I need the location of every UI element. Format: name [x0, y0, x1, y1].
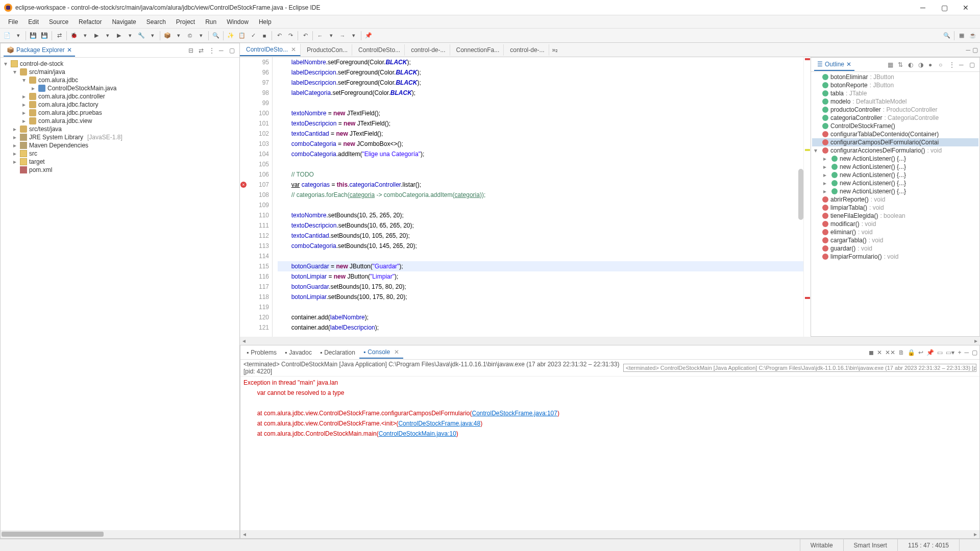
code-line[interactable]: textoNombre = new JTextField(); [278, 108, 803, 118]
outline-item[interactable]: botonReporte : JButton [812, 81, 978, 89]
code-line[interactable]: // TODO [278, 169, 803, 180]
hide-non-public-icon[interactable]: ● [928, 61, 936, 68]
quick-access-button[interactable]: 🔍 [942, 31, 952, 41]
minimize-button[interactable]: ─ [917, 4, 929, 12]
code-line[interactable]: comboCategoria = new JComboBox<>(); [278, 139, 803, 149]
terminate-icon[interactable]: ◼ [869, 349, 874, 356]
outline-item[interactable]: tieneFilaElegida() : boolean [812, 212, 978, 220]
expand-icon[interactable]: ▸ [823, 180, 829, 187]
outline-tab[interactable]: ☰ Outline ✕ [814, 59, 854, 71]
minimize-icon[interactable]: ─ [966, 46, 970, 54]
run-button[interactable]: ▶ [91, 31, 102, 41]
stack-trace-link[interactable]: ControlDeStockFrame.java:48 [398, 420, 480, 427]
expand-icon[interactable]: ▸ [21, 109, 27, 116]
remove-icon[interactable]: ✕ [877, 349, 882, 356]
bottom-tab-problems[interactable]: ▪Problems [242, 347, 281, 358]
search-button[interactable]: 🔍 [211, 31, 221, 41]
code-line[interactable] [278, 159, 803, 169]
outline-item[interactable]: ▸new ActionListener() {...} [812, 179, 978, 187]
bottom-tab-console[interactable]: ▪Console✕ [359, 346, 403, 359]
editor-tab[interactable]: control-de-... [405, 44, 450, 56]
scroll-lock-icon[interactable]: 🔒 [908, 349, 915, 356]
code-line[interactable]: var categorias = this.categoriaControlle… [278, 180, 803, 190]
minimize-icon[interactable]: ─ [964, 349, 969, 356]
editor-tab[interactable]: ProductoCon... [301, 44, 352, 56]
tree-item[interactable]: ▸com.alura.jdbc.pruebas [3, 109, 237, 117]
code-line[interactable]: botonLimpiar.setBounds(100, 175, 80, 20)… [278, 292, 803, 302]
console-horizontal-scrollbar[interactable]: ◂ ▸ [240, 530, 979, 538]
code-line[interactable] [278, 302, 803, 312]
menu-search[interactable]: Search [141, 16, 171, 28]
expand-icon[interactable]: ▾ [814, 147, 820, 154]
tree-item[interactable]: ▾com.alura.jdbc [3, 76, 237, 84]
tree-item[interactable]: ▸com.alura.jdbc.controller [3, 92, 237, 101]
maximize-button[interactable]: ▢ [938, 4, 950, 12]
stack-trace-link[interactable]: ControlDeStockMain.java:10 [379, 430, 456, 437]
new-package-button[interactable]: 📦 [162, 31, 173, 41]
view-menu-icon[interactable]: ⋮ [949, 61, 956, 68]
code-line[interactable]: textoNombre.setBounds(10, 25, 265, 20); [278, 210, 803, 220]
outline-item[interactable]: cargarTabla() : void [812, 236, 978, 244]
scroll-left-icon[interactable]: ◂ [240, 531, 249, 538]
outline-item[interactable]: ▸new ActionListener() {...} [812, 171, 978, 179]
close-icon[interactable]: ✕ [67, 46, 72, 54]
vertical-scrollbar[interactable] [798, 169, 803, 220]
focus-icon[interactable]: ▦ [888, 61, 895, 68]
expand-icon[interactable]: ▸ [823, 163, 829, 170]
close-icon[interactable]: ✕ [394, 348, 399, 356]
scroll-left-icon[interactable]: ◂ [240, 337, 248, 344]
expand-icon[interactable]: ▸ [823, 188, 829, 195]
expand-icon[interactable]: ▾ [3, 60, 9, 67]
editor-tab[interactable]: ConnectionFa... [450, 44, 504, 56]
dropdown-icon[interactable]: ▾ [196, 31, 206, 41]
bottom-tab-declaration[interactable]: ▪Declaration [316, 347, 359, 358]
tree-item[interactable]: ▸com.alura.jdbc.view [3, 117, 237, 125]
code-line[interactable]: labelDescripcion.setForeground(Color.BLA… [278, 67, 803, 78]
bottom-tab-javadoc[interactable]: ▪Javadoc [281, 347, 316, 358]
expand-icon[interactable]: ▸ [12, 134, 18, 141]
menu-window[interactable]: Window [222, 16, 254, 28]
scroll-right-icon[interactable]: ▸ [972, 337, 980, 344]
expand-icon[interactable]: ▾ [12, 68, 18, 76]
expand-icon[interactable]: ▸ [12, 142, 18, 149]
code-line[interactable] [278, 200, 803, 210]
tabs-overflow[interactable]: »₂ [549, 46, 561, 54]
code-line[interactable]: container.add(labelNombre); [278, 312, 803, 322]
menu-run[interactable]: Run [200, 16, 222, 28]
stack-trace-link[interactable]: ControlDeStockFrame.java:107 [472, 410, 557, 417]
expand-icon[interactable]: ▸ [12, 126, 18, 133]
menu-navigate[interactable]: Navigate [107, 16, 141, 28]
maximize-icon[interactable]: ▢ [229, 47, 236, 54]
outline-item[interactable]: modificar() : void [812, 220, 978, 228]
prev-edit-button[interactable]: ↶ [300, 31, 310, 41]
java-perspective-button[interactable]: ☕ [968, 31, 978, 41]
code-line[interactable]: labelCategoria.setForeground(Color.BLACK… [278, 88, 803, 98]
stop-button[interactable]: ■ [259, 31, 270, 41]
error-marker[interactable] [805, 297, 810, 299]
overview-ruler[interactable] [803, 57, 811, 337]
outline-item[interactable]: guardar() : void [812, 244, 978, 253]
package-tree[interactable]: ▾control-de-stock▾src/main/java▾com.alur… [1, 58, 239, 530]
error-marker[interactable] [805, 58, 810, 60]
code-line[interactable]: labelDescripcion.setForeground(Color.BLA… [278, 78, 803, 88]
code-line[interactable]: comboCategoria.setBounds(10, 145, 265, 2… [278, 241, 803, 251]
code-area[interactable]: labelNombre.setForeground(Color.BLACK); … [273, 57, 803, 337]
warning-marker[interactable] [805, 149, 810, 151]
code-line[interactable]: textoCantidad.setBounds(10, 105, 265, 20… [278, 231, 803, 241]
coverage-button[interactable]: ▶ [114, 31, 124, 41]
hide-local-icon[interactable]: ○ [939, 61, 946, 68]
code-line[interactable]: botonGuardar = new JButton("Guardar"); [278, 261, 803, 271]
save-all-button[interactable]: 💾 [39, 31, 50, 41]
code-line[interactable]: botonGuardar.setBounds(10, 175, 80, 20); [278, 282, 803, 292]
dropdown-icon[interactable]: ▾ [13, 31, 23, 41]
sort-icon[interactable]: ⇅ [898, 61, 905, 68]
expand-icon[interactable]: ▸ [823, 171, 829, 179]
collapse-all-icon[interactable]: ⊟ [188, 47, 195, 54]
maximize-icon[interactable]: ▢ [972, 46, 978, 54]
code-line[interactable]: comboCategoria.addItem("Elige una Catego… [278, 149, 803, 159]
editor-tab[interactable]: ControlDeSto...✕ [240, 44, 301, 56]
outline-item[interactable]: limpiarFormulario() : void [812, 253, 978, 261]
back-button[interactable]: ← [315, 31, 325, 41]
code-line[interactable]: botonLimpiar = new JButton("Limpiar"); [278, 271, 803, 282]
code-line[interactable] [278, 251, 803, 261]
